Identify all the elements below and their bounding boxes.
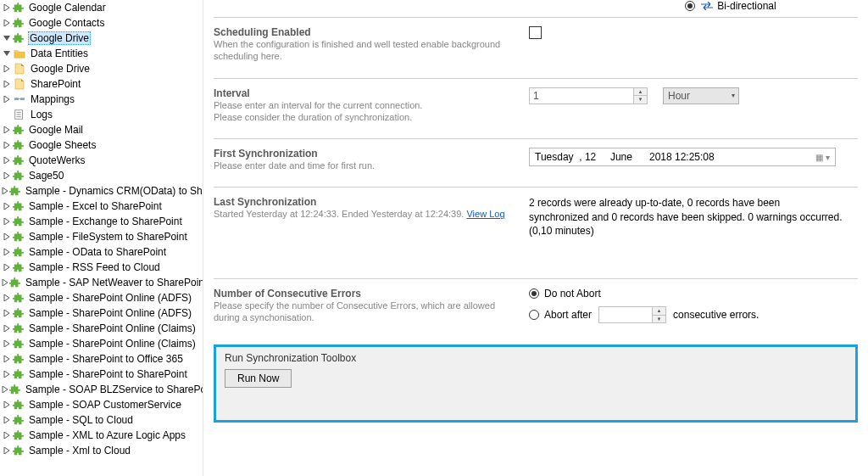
tree-item-label: Logs bbox=[30, 109, 53, 120]
radio-no-abort-row[interactable]: Do not Abort bbox=[529, 288, 759, 300]
chevron-right-icon[interactable] bbox=[2, 400, 12, 410]
tree-item[interactable]: Google Mail bbox=[0, 122, 203, 137]
tree-item[interactable]: Sample - SOAP BLZService to SharePoint bbox=[0, 382, 203, 397]
tree-item[interactable]: SharePoint bbox=[0, 76, 203, 92]
tree-item[interactable]: Sample - SharePoint Online (ADFS) bbox=[0, 290, 203, 305]
tree-item[interactable]: Google Drive bbox=[0, 61, 203, 76]
puzzle-icon bbox=[13, 261, 25, 273]
calendar-icon[interactable]: ▦ ▾ bbox=[815, 153, 830, 162]
interval-unit-label: Hour bbox=[668, 90, 690, 102]
chevron-right-icon[interactable] bbox=[2, 186, 8, 196]
tree-item[interactable]: Sample - Xml to Cloud bbox=[0, 443, 203, 458]
tree-item[interactable]: Sample - Dynamics CRM(OData) to SharePoi… bbox=[0, 183, 203, 199]
interval-value-input[interactable]: 1 ▲▼ bbox=[529, 87, 648, 104]
tree-item[interactable]: Sample - SharePoint Online (Claims) bbox=[0, 321, 203, 336]
interval-unit-select[interactable]: Hour ▾ bbox=[663, 87, 739, 104]
tree-item-label: Sage50 bbox=[28, 170, 64, 182]
chevron-right-icon[interactable] bbox=[2, 79, 12, 89]
puzzle-icon bbox=[13, 124, 25, 136]
interval-desc1: Please enter an interval for the current… bbox=[214, 99, 519, 111]
tree-item[interactable]: Sample - SharePoint to SharePoint bbox=[0, 367, 203, 382]
errors-suffix: consecutive errors. bbox=[673, 309, 759, 321]
view-log-link[interactable]: View Log bbox=[466, 209, 504, 219]
chevron-right-icon[interactable] bbox=[2, 293, 12, 303]
abort-after-input[interactable]: ▲▼ bbox=[598, 306, 666, 323]
chevron-right-icon[interactable] bbox=[2, 140, 12, 150]
last-sync-status: 2 records were already up-to-date, 0 rec… bbox=[529, 196, 843, 238]
tree-item[interactable]: Sample - SQL to Cloud bbox=[0, 412, 203, 428]
first-sync-datepicker[interactable]: Tuesday , 12 June 2018 12:25:08 ▦ ▾ bbox=[529, 148, 836, 166]
page-icon bbox=[13, 62, 26, 76]
errors-desc: Please specify the number of Consecutive… bbox=[214, 300, 519, 324]
tree-item[interactable]: Sample - SharePoint Online (Claims) bbox=[0, 336, 203, 351]
chevron-right-icon[interactable] bbox=[2, 232, 12, 242]
tree-item-label: Mappings bbox=[30, 93, 75, 105]
puzzle-icon bbox=[13, 32, 25, 44]
chevron-right-icon[interactable] bbox=[2, 216, 12, 227]
tree-item[interactable]: Sample - SOAP CustomerService bbox=[0, 397, 203, 412]
radio-abort-after[interactable] bbox=[529, 310, 539, 320]
tree-item[interactable]: Google Sheets bbox=[0, 137, 203, 153]
tree-item[interactable]: Google Contacts bbox=[0, 15, 203, 31]
chevron-down-icon[interactable] bbox=[2, 33, 12, 43]
run-toolbox: Run Synchronization Toolbox Run Now bbox=[214, 344, 858, 423]
chevron-right-icon[interactable] bbox=[2, 247, 12, 257]
puzzle-icon bbox=[13, 200, 25, 212]
chevron-right-icon[interactable] bbox=[2, 125, 12, 135]
puzzle-icon bbox=[13, 353, 25, 365]
tree-item[interactable]: Sample - SharePoint to Office 365 bbox=[0, 351, 203, 367]
chevron-right-icon[interactable] bbox=[2, 369, 12, 379]
tree-item[interactable]: Sample - RSS Feed to Cloud bbox=[0, 260, 203, 275]
tree-item[interactable]: Sample - XML to Azure Logic Apps bbox=[0, 428, 203, 443]
chevron-right-icon[interactable] bbox=[2, 171, 12, 181]
chevron-right-icon[interactable] bbox=[2, 201, 12, 211]
bidirectional-icon bbox=[700, 2, 714, 10]
tree-item[interactable]: Sample - Excel to SharePoint bbox=[0, 199, 203, 214]
chevron-down-icon[interactable] bbox=[2, 48, 12, 59]
tree-item[interactable]: Data Entities bbox=[0, 46, 203, 61]
scheduling-checkbox[interactable] bbox=[529, 26, 542, 39]
puzzle-icon bbox=[13, 2, 25, 14]
radio-abort-after-row[interactable]: Abort after ▲▼ consecutive errors. bbox=[529, 306, 759, 323]
chevron-right-icon[interactable] bbox=[2, 445, 12, 456]
chevron-right-icon[interactable] bbox=[2, 323, 12, 333]
puzzle-icon bbox=[13, 17, 25, 29]
tree-item-label: Google Drive bbox=[28, 31, 91, 45]
radio-bidirectional[interactable] bbox=[685, 1, 695, 11]
tree-item[interactable]: Sample - FileSystem to SharePoint bbox=[0, 229, 203, 244]
tree-item[interactable]: Sage50 bbox=[0, 168, 203, 183]
spinner-icon[interactable]: ▲▼ bbox=[633, 88, 647, 104]
tree-item[interactable]: Google Calendar bbox=[0, 0, 203, 15]
chevron-right-icon[interactable] bbox=[2, 277, 8, 288]
tree-item[interactable]: Logs bbox=[0, 107, 203, 122]
tree-item-label: Sample - SOAP BLZService to SharePoint bbox=[25, 384, 203, 395]
tree-item[interactable]: Sample - Exchange to SharePoint bbox=[0, 214, 203, 229]
tree-item-label: Sample - SharePoint to SharePoint bbox=[28, 368, 188, 380]
tree-item[interactable]: Sample - OData to SharePoint bbox=[0, 244, 203, 260]
direction-row: Bi-directional bbox=[214, 0, 858, 17]
chevron-right-icon[interactable] bbox=[2, 430, 12, 440]
chevron-right-icon[interactable] bbox=[2, 262, 12, 272]
tree-item-label: Sample - Exchange to SharePoint bbox=[28, 216, 183, 227]
chevron-right-icon[interactable] bbox=[2, 339, 12, 349]
tree-item-label: Sample - RSS Feed to Cloud bbox=[28, 261, 161, 273]
chevron-right-icon[interactable] bbox=[2, 64, 12, 74]
chevron-right-icon[interactable] bbox=[2, 354, 12, 364]
chevron-right-icon[interactable] bbox=[2, 308, 12, 318]
run-toolbox-title: Run Synchronization Toolbox bbox=[225, 352, 847, 364]
run-now-button[interactable]: Run Now bbox=[225, 369, 292, 388]
tree-item[interactable]: Google Drive bbox=[0, 31, 203, 46]
chevron-right-icon[interactable] bbox=[2, 94, 12, 104]
puzzle-icon bbox=[13, 445, 25, 456]
radio-no-abort[interactable] bbox=[529, 288, 539, 299]
chevron-right-icon[interactable] bbox=[2, 155, 12, 165]
puzzle-icon bbox=[13, 154, 25, 166]
chevron-right-icon[interactable] bbox=[2, 18, 12, 28]
chevron-right-icon[interactable] bbox=[2, 384, 8, 395]
tree-item[interactable]: Mappings bbox=[0, 92, 203, 107]
tree-item[interactable]: Sample - SAP NetWeaver to SharePoint bbox=[0, 275, 203, 290]
tree-item[interactable]: Sample - SharePoint Online (ADFS) bbox=[0, 305, 203, 321]
chevron-right-icon[interactable] bbox=[2, 3, 12, 13]
tree-item[interactable]: QuoteWerks bbox=[0, 153, 203, 168]
chevron-right-icon[interactable] bbox=[2, 415, 12, 425]
